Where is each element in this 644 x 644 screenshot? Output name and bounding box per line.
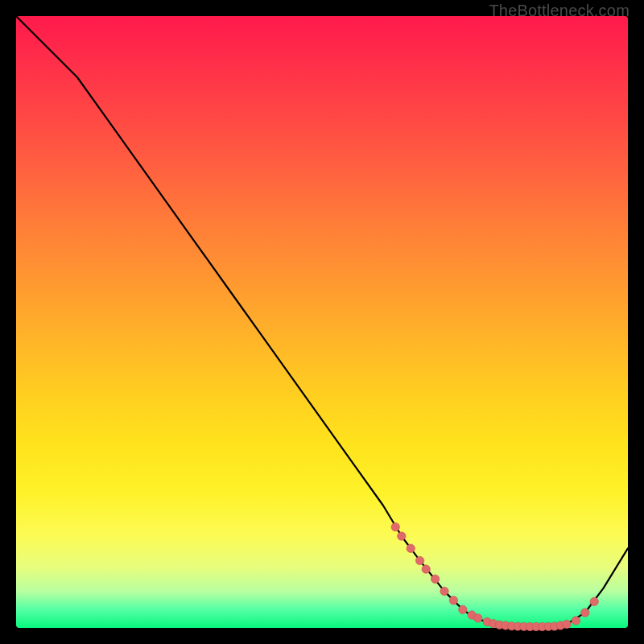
curve-marker: [422, 565, 430, 573]
curve-marker: [563, 620, 571, 628]
chart-svg: [16, 16, 628, 628]
curve-marker: [572, 617, 580, 625]
watermark-text: TheBottleneck.com: [489, 2, 630, 20]
curve-marker: [391, 522, 399, 530]
curve-marker: [581, 609, 589, 617]
chart-stage: TheBottleneck.com: [0, 0, 644, 644]
curve-marker: [440, 587, 448, 595]
bottleneck-curve: [16, 16, 628, 626]
curve-marker: [590, 597, 598, 605]
curve-marker: [398, 532, 406, 540]
curve-marker: [449, 597, 457, 605]
curve-markers: [391, 522, 598, 630]
curve-marker: [407, 544, 415, 552]
curve-marker: [459, 605, 467, 613]
curve-marker: [474, 614, 482, 622]
curve-marker: [431, 575, 439, 583]
curve-marker: [415, 556, 423, 564]
